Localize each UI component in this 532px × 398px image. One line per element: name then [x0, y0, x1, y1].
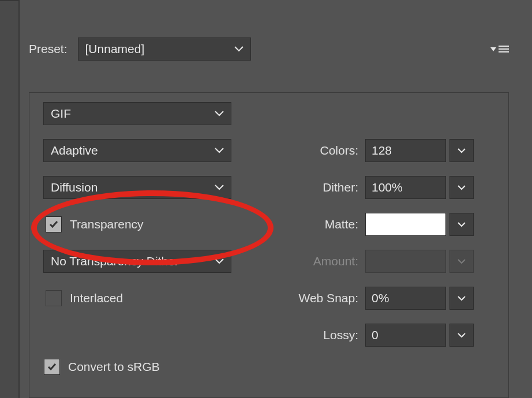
matte-dropdown[interactable] [449, 213, 474, 236]
websnap-label: Web Snap: [231, 291, 365, 305]
check-icon [48, 219, 59, 230]
save-for-web-options-panel: Preset: [Unnamed] GIF [29, 35, 526, 398]
transparency-dither-row: No Transparency Dither Amount: [43, 249, 494, 274]
websnap-value: 0% [372, 291, 389, 305]
chevron-down-icon [458, 259, 466, 264]
preset-row: Preset: [Unnamed] [29, 35, 526, 63]
matte-label: Matte: [231, 217, 365, 231]
websnap-input[interactable]: 0% [365, 287, 446, 310]
lossy-label: Lossy: [231, 328, 365, 342]
websnap-stepper[interactable] [449, 287, 474, 310]
convert-srgb-checkbox[interactable] [44, 359, 60, 375]
color-reduction-dropdown[interactable]: Adaptive [43, 139, 231, 162]
chevron-down-icon [458, 333, 466, 338]
transparency-checkbox[interactable] [46, 216, 62, 232]
format-dropdown[interactable]: GIF [43, 102, 231, 125]
interlaced-row: Interlaced Web Snap: 0% [43, 286, 494, 311]
colors-input[interactable]: 128 [365, 139, 446, 162]
lossy-input[interactable]: 0 [365, 324, 446, 347]
transparency-row: Transparency Matte: [43, 212, 494, 237]
lossy-stepper[interactable] [449, 324, 474, 347]
convert-srgb-label: Convert to sRGB [68, 360, 160, 374]
triangle-down-icon [490, 46, 496, 52]
chevron-down-icon [215, 148, 224, 153]
chevron-down-icon [458, 185, 466, 190]
colors-stepper[interactable] [449, 139, 474, 162]
chevron-down-icon [458, 148, 466, 153]
dither-algo-row: Diffusion Dither: 100% [43, 175, 494, 200]
interlaced-checkbox[interactable] [46, 290, 62, 306]
convert-srgb-row: Convert to sRGB [44, 359, 160, 375]
colors-value: 128 [372, 144, 392, 157]
amount-label: Amount: [231, 254, 365, 268]
dither-value: 100% [372, 181, 403, 194]
panel-left-edge [0, 0, 20, 398]
chevron-down-icon [234, 46, 243, 52]
dither-algo-value: Diffusion [51, 181, 98, 194]
dither-algo-dropdown[interactable]: Diffusion [43, 176, 231, 199]
matte-swatch[interactable] [365, 213, 446, 236]
color-reduction-value: Adaptive [51, 144, 98, 157]
dither-label: Dither: [231, 181, 365, 194]
preset-value: [Unnamed] [85, 42, 145, 56]
lossy-value: 0 [372, 328, 379, 342]
format-row: GIF [43, 101, 494, 126]
transparency-label: Transparency [70, 217, 144, 231]
chevron-down-icon [458, 296, 466, 301]
dither-stepper[interactable] [449, 176, 474, 199]
preset-menu-button[interactable] [490, 45, 509, 53]
amount-stepper [449, 250, 474, 273]
chevron-down-icon [215, 258, 224, 264]
preset-label: Preset: [29, 42, 68, 56]
chevron-down-icon [215, 111, 224, 117]
transparency-dither-dropdown[interactable]: No Transparency Dither [43, 250, 231, 273]
menu-lines-icon [499, 45, 509, 53]
color-reduction-row: Adaptive Colors: 128 [43, 138, 494, 163]
amount-input [365, 250, 446, 273]
dither-input[interactable]: 100% [365, 176, 446, 199]
chevron-down-icon [215, 185, 224, 190]
transparency-dither-value: No Transparency Dither [51, 254, 179, 268]
preset-dropdown[interactable]: [Unnamed] [78, 37, 251, 61]
lossy-row: Lossy: 0 [43, 322, 494, 348]
interlaced-label: Interlaced [70, 291, 123, 305]
chevron-down-icon [458, 222, 466, 227]
format-value: GIF [51, 107, 71, 121]
check-icon [47, 362, 57, 372]
format-options-group: GIF Adaptive Colors: 128 [29, 92, 509, 398]
colors-label: Colors: [231, 144, 365, 157]
